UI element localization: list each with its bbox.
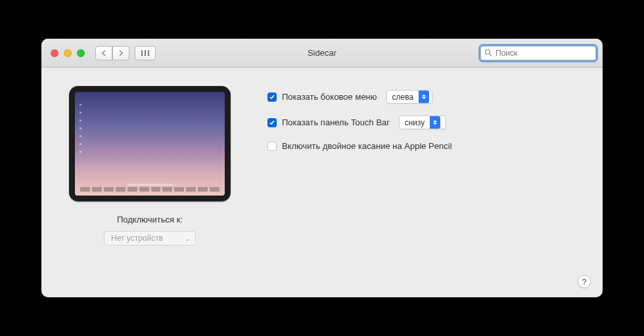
doubletap-checkbox[interactable]: [267, 142, 277, 151]
minimize-button[interactable]: [64, 49, 72, 57]
left-column: Подключиться к: Нет устройств ⌄: [61, 86, 239, 287]
option-sidebar-row: Показать боковое меню слева: [267, 90, 583, 104]
sidebar-preview-icon: [80, 104, 81, 153]
svg-point-9: [486, 49, 490, 54]
svg-point-1: [145, 50, 146, 51]
device-select[interactable]: Нет устройств ⌄: [104, 231, 196, 245]
maximize-button[interactable]: [77, 49, 85, 57]
preferences-window: Sidecar Подключиться к:: [41, 39, 603, 297]
option-doubletap-row: Включить двойное касание на Apple Pencil: [267, 141, 583, 151]
touchbar-position-select[interactable]: снизу: [399, 116, 446, 129]
show-sidebar-checkbox[interactable]: [267, 93, 277, 102]
show-touchbar-checkbox[interactable]: [267, 118, 277, 127]
titlebar: Sidecar: [41, 39, 603, 68]
home-indicator-icon: [127, 184, 173, 186]
sidebar-position-value: слева: [392, 93, 414, 102]
stepper-arrows-icon: [430, 116, 440, 129]
close-button[interactable]: [51, 49, 58, 57]
svg-point-6: [141, 54, 143, 55]
ipad-screen: [75, 92, 225, 196]
connect-to-label: Подключиться к:: [117, 215, 183, 224]
stepper-arrows-icon: [419, 91, 429, 103]
search-wrap: [480, 46, 596, 60]
options-column: Показать боковое меню слева Показать пан…: [267, 86, 583, 287]
chevron-down-icon: ⌄: [185, 235, 190, 242]
ipad-preview: [69, 86, 231, 201]
svg-line-10: [490, 54, 492, 56]
search-icon: [484, 49, 492, 58]
svg-point-0: [141, 50, 143, 51]
svg-point-7: [145, 54, 146, 55]
show-sidebar-label: Показать боковое меню: [282, 92, 377, 102]
content-area: Подключиться к: Нет устройств ⌄ Показать…: [41, 68, 603, 297]
back-button[interactable]: [95, 46, 112, 60]
touchbar-preview-icon: [80, 187, 219, 192]
sidebar-position-select[interactable]: слева: [386, 90, 432, 104]
svg-point-8: [148, 54, 149, 55]
option-touchbar-row: Показать панель Touch Bar снизу: [267, 116, 583, 129]
svg-point-5: [148, 52, 149, 53]
show-touchbar-label: Показать панель Touch Bar: [282, 117, 390, 127]
search-input[interactable]: [480, 46, 596, 60]
touchbar-position-value: снизу: [405, 118, 425, 127]
doubletap-label: Включить двойное касание на Apple Pencil: [282, 141, 452, 151]
show-all-button[interactable]: [135, 46, 156, 60]
nav-buttons: [95, 46, 129, 60]
device-select-value: Нет устройств: [111, 234, 163, 243]
svg-point-4: [145, 52, 146, 53]
forward-button[interactable]: [112, 46, 129, 60]
traffic-lights: [48, 49, 85, 57]
svg-point-2: [148, 50, 149, 51]
svg-point-3: [141, 52, 143, 53]
help-button[interactable]: ?: [578, 275, 591, 288]
